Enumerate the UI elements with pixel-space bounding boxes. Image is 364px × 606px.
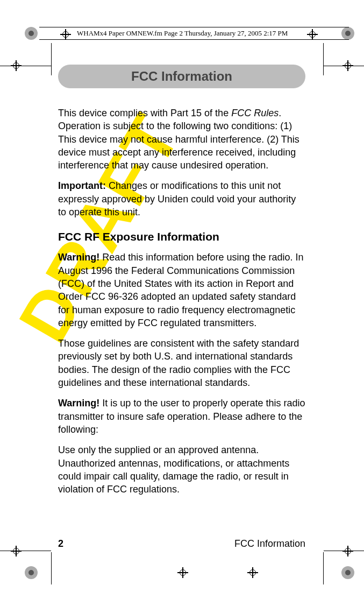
page-content: FCC Information This device complies wit…	[58, 65, 305, 496]
crop-line-icon	[51, 43, 52, 75]
text-bold: Warning!	[58, 252, 99, 263]
registration-mark-icon	[342, 546, 353, 556]
page-number: 2	[58, 538, 63, 549]
crop-line-icon	[0, 551, 51, 551]
text-bold: Important:	[58, 180, 106, 191]
paragraph: Use only the supplied or an approved ant…	[58, 443, 305, 496]
crop-line-icon	[323, 43, 324, 75]
crop-dot-icon	[25, 566, 38, 579]
section-title-pill: FCC Information	[58, 65, 305, 88]
crop-line-icon	[51, 552, 52, 584]
section-title: FCC Information	[131, 69, 232, 84]
paragraph: Warning! Read this information before us…	[58, 251, 305, 329]
crop-line-icon	[324, 551, 364, 551]
crop-line-icon	[324, 66, 364, 66]
text: Read this information before using the r…	[58, 252, 304, 328]
document-header-strip: WHAMx4 Paper OMNEW.fm Page 2 Thursday, J…	[39, 27, 349, 40]
subsection-heading: FCC RF Exposure Information	[58, 230, 305, 243]
crop-dot-icon	[25, 27, 38, 40]
header-strip-text: WHAMx4 Paper OMNEW.fm Page 2 Thursday, J…	[77, 29, 288, 38]
footer-title: FCC Information	[234, 538, 305, 549]
registration-mark-icon	[247, 567, 258, 578]
text: This device complies with Part 15 of the	[58, 108, 231, 118]
text-italic: FCC Rules	[231, 108, 279, 118]
paragraph: This device complies with Part 15 of the…	[58, 107, 305, 172]
paragraph: Warning! It is up to the user to properl…	[58, 397, 305, 436]
crop-dot-icon	[341, 566, 354, 579]
registration-mark-icon	[177, 567, 188, 578]
paragraph: Important: Changes or modifications to t…	[58, 179, 305, 219]
registration-mark-icon	[11, 546, 22, 556]
paragraph: Those guidelines are consistent with the…	[58, 337, 305, 389]
crop-line-icon	[323, 552, 324, 584]
page-footer: 2 FCC Information	[58, 538, 305, 549]
crop-line-icon	[0, 66, 51, 66]
text-bold: Warning!	[58, 398, 99, 408]
